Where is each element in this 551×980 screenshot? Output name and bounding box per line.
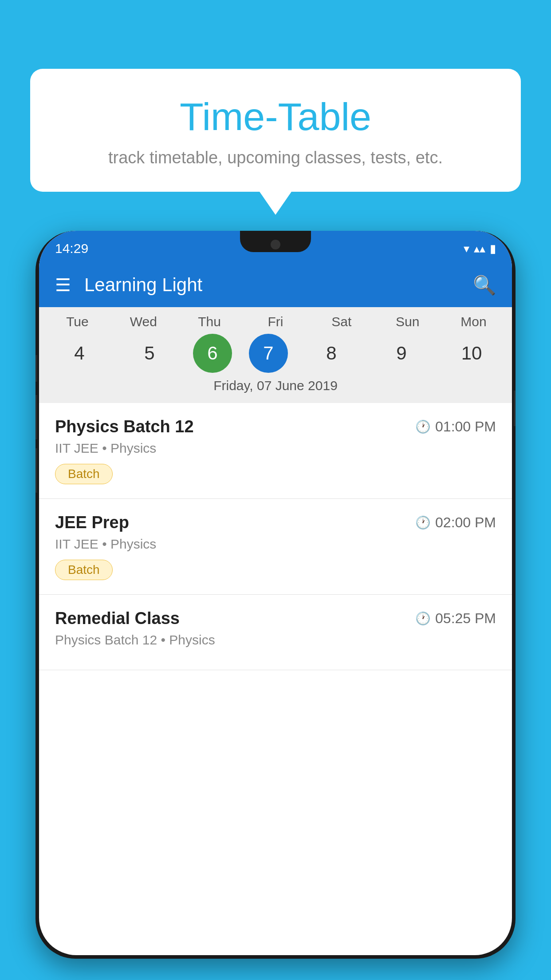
day-name-sun: Sun <box>381 314 434 329</box>
batch-badge: Batch <box>55 560 113 580</box>
power-button <box>514 391 516 426</box>
class-name: Physics Batch 12 <box>55 417 194 436</box>
day-7-selected[interactable]: 7 <box>249 334 288 373</box>
volume-down-button <box>35 448 37 493</box>
day-8[interactable]: 8 <box>305 334 358 373</box>
class-name: Remedial Class <box>55 609 180 628</box>
volume-up-button <box>35 395 37 439</box>
class-header: Physics Batch 12 🕐 01:00 PM <box>55 417 496 436</box>
class-header: JEE Prep 🕐 02:00 PM <box>55 513 496 532</box>
day-10[interactable]: 10 <box>445 334 498 373</box>
wifi-icon: ▾ <box>464 242 469 256</box>
class-meta: IIT JEE • Physics <box>55 537 496 552</box>
status-time: 14:29 <box>55 241 88 256</box>
clock-icon: 🕐 <box>415 515 431 530</box>
day-headers: Tue Wed Thu Fri Sat Sun Mon <box>39 314 512 329</box>
class-meta: Physics Batch 12 • Physics <box>55 632 496 648</box>
day-5[interactable]: 5 <box>123 334 176 373</box>
class-item[interactable]: Remedial Class 🕐 05:25 PM Physics Batch … <box>39 595 512 670</box>
class-time: 🕐 02:00 PM <box>415 514 496 531</box>
signal-icon: ▴▴ <box>474 242 485 256</box>
day-name-tue: Tue <box>51 314 104 329</box>
app-bar: ☰ Learning Light 🔍 <box>39 263 512 307</box>
day-9[interactable]: 9 <box>375 334 428 373</box>
class-item[interactable]: JEE Prep 🕐 02:00 PM IIT JEE • Physics Ba… <box>39 499 512 595</box>
class-name: JEE Prep <box>55 513 129 532</box>
class-meta: IIT JEE • Physics <box>55 441 496 456</box>
day-6-today[interactable]: 6 <box>193 334 232 373</box>
class-list: Physics Batch 12 🕐 01:00 PM IIT JEE • Ph… <box>39 403 512 670</box>
class-time: 🕐 01:00 PM <box>415 419 496 435</box>
app-title: Learning Light <box>84 274 460 296</box>
search-icon[interactable]: 🔍 <box>473 274 496 296</box>
phone-frame: 14:29 ▾ ▴▴ ▮ ☰ Learning Light 🔍 Tue Wed … <box>35 231 516 959</box>
notch <box>240 231 311 252</box>
battery-icon: ▮ <box>490 242 496 256</box>
calendar-strip: Tue Wed Thu Fri Sat Sun Mon 4 5 6 7 8 9 … <box>39 307 512 403</box>
volume-silent-button <box>35 355 37 382</box>
day-name-fri: Fri <box>249 314 302 329</box>
bubble-title: Time-Table <box>52 95 499 138</box>
bubble-subtitle: track timetable, upcoming classes, tests… <box>52 148 499 167</box>
class-item[interactable]: Physics Batch 12 🕐 01:00 PM IIT JEE • Ph… <box>39 403 512 499</box>
class-time: 🕐 05:25 PM <box>415 610 496 627</box>
class-header: Remedial Class 🕐 05:25 PM <box>55 609 496 628</box>
day-name-wed: Wed <box>117 314 170 329</box>
day-4[interactable]: 4 <box>53 334 106 373</box>
day-name-sat: Sat <box>315 314 368 329</box>
day-name-thu: Thu <box>183 314 236 329</box>
day-numbers: 4 5 6 7 8 9 10 <box>39 334 512 373</box>
day-name-mon: Mon <box>447 314 500 329</box>
status-icons: ▾ ▴▴ ▮ <box>464 242 496 256</box>
phone-wrapper: 14:29 ▾ ▴▴ ▮ ☰ Learning Light 🔍 Tue Wed … <box>35 231 516 980</box>
selected-date: Friday, 07 June 2019 <box>39 378 512 399</box>
clock-icon: 🕐 <box>415 611 431 626</box>
menu-icon[interactable]: ☰ <box>55 275 71 295</box>
batch-badge: Batch <box>55 464 113 484</box>
speech-bubble: Time-Table track timetable, upcoming cla… <box>30 69 521 192</box>
camera-dot <box>271 240 280 249</box>
phone-screen: 14:29 ▾ ▴▴ ▮ ☰ Learning Light 🔍 Tue Wed … <box>39 231 512 955</box>
clock-icon: 🕐 <box>415 419 431 434</box>
